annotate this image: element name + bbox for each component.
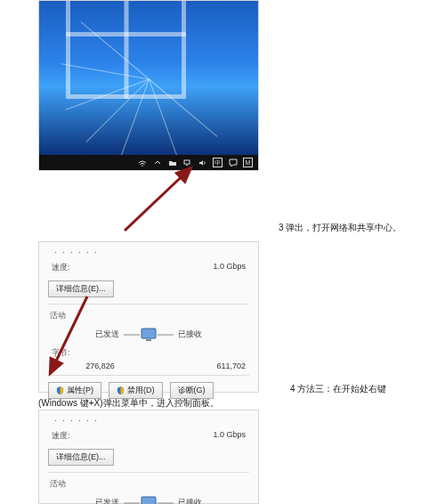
activity-section-label: 活动 (39, 306, 258, 323)
activity-section-label-2: 活动 (39, 475, 258, 492)
bytes-label: 字节: (52, 347, 70, 359)
duration-label: ．．．．．． (52, 245, 100, 256)
desktop-screenshot: 中 M (38, 0, 259, 171)
speed-label-2: 速度: (52, 430, 70, 442)
ime-icon[interactable]: 中 (213, 158, 222, 167)
properties-button-label: 属性(P) (67, 385, 93, 396)
action-center-icon[interactable] (228, 158, 238, 167)
network-status-dialog-2: ．．．．．． 速度:1.0 Gbps 详细信息(E)... 活动 已发送 已接收 (38, 410, 259, 504)
speed-value: 1.0 Gbps (213, 262, 246, 273)
sent-value: 276,826 (52, 362, 149, 370)
recv-label-2: 已接收 (178, 498, 202, 504)
window-frame-graphic (66, 0, 186, 99)
svg-rect-10 (142, 497, 156, 504)
svg-rect-5 (142, 329, 156, 338)
speed-value-2: 1.0 Gbps (213, 430, 246, 442)
desktop-wallpaper (39, 1, 258, 157)
sent-label-2: 已发送 (95, 498, 119, 504)
wifi-icon[interactable] (137, 158, 147, 167)
details-button[interactable]: 详细信息(E)... (48, 280, 114, 297)
m-icon[interactable]: M (243, 158, 253, 167)
activity-diagram-2: 已发送 已接收 (39, 492, 258, 504)
svg-rect-2 (186, 165, 188, 166)
arrow-annotation-1 (116, 163, 205, 236)
speed-label: 速度: (52, 262, 70, 273)
caption-step-4: 4 方法三：在开始处右键 (290, 383, 386, 395)
recv-value: 611,702 (149, 362, 246, 370)
folder-icon[interactable] (167, 158, 177, 167)
activity-diagram: 已发送 已接收 (39, 323, 258, 345)
disable-button-label: 禁用(D) (127, 385, 155, 396)
caption-step-3: 3 弹出，打开网络和共享中心。 (279, 222, 401, 234)
svg-point-0 (142, 165, 143, 167)
svg-line-3 (125, 167, 191, 231)
details-button-2[interactable]: 详细信息(E)... (48, 449, 114, 466)
sent-label: 已发送 (95, 329, 119, 338)
caption-winx: (Windows 键+X)弹出菜单中，进入控制面板。 (38, 397, 219, 410)
svg-rect-6 (146, 339, 151, 341)
taskbar: 中 M (39, 155, 258, 170)
chevron-up-icon[interactable] (152, 158, 162, 167)
recv-label: 已接收 (178, 329, 202, 338)
svg-rect-1 (184, 160, 190, 164)
network-icon[interactable] (182, 158, 192, 167)
network-status-dialog-1: ．．．．．． 速度:1.0 Gbps 详细信息(E)... 活动 已发送 已接收… (38, 241, 259, 393)
volume-icon[interactable] (198, 158, 207, 167)
